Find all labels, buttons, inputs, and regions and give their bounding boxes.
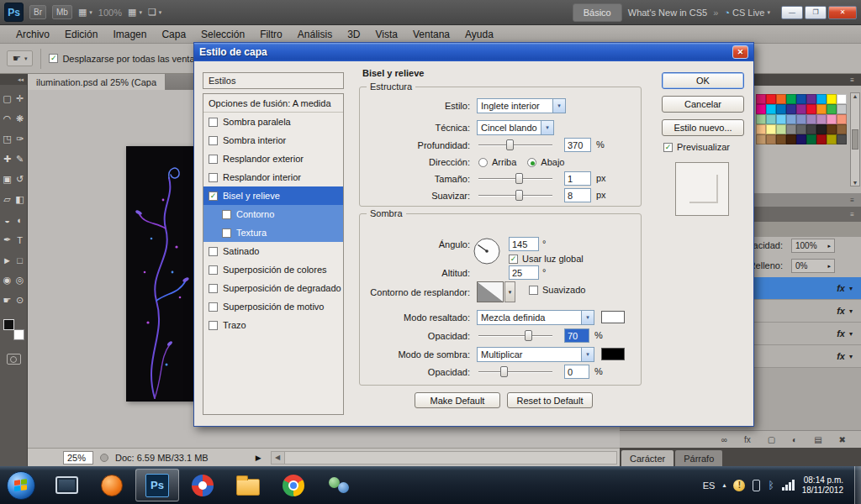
color-swatch[interactable] <box>806 104 816 114</box>
restore-button[interactable]: ❐ <box>805 6 827 19</box>
modo-resaltado-select[interactable]: Mezcla definida▾ <box>477 310 594 325</box>
path-selection-tool[interactable]: ► <box>1 253 13 267</box>
style-checkbox[interactable] <box>222 228 231 238</box>
style-checkbox[interactable] <box>209 265 218 275</box>
pen-tool[interactable]: ✒ <box>1 233 13 247</box>
style-checkbox[interactable] <box>222 210 231 219</box>
opacidad-resaltado-slider[interactable] <box>478 329 552 342</box>
opacity-field[interactable]: 100%▸ <box>791 239 835 253</box>
color-swatch[interactable] <box>766 134 776 144</box>
altitud-input[interactable]: 25 <box>509 265 539 280</box>
quick-selection-tool[interactable]: ❋ <box>13 112 26 126</box>
blending-options-item[interactable]: Opciones de fusión: A medida <box>203 94 343 113</box>
taskbar-app-button[interactable] <box>45 469 88 501</box>
color-swatch[interactable] <box>816 94 827 104</box>
layer-style-item[interactable]: Sombra paralela <box>203 113 343 131</box>
chevron-down-icon[interactable]: ▾ <box>541 121 553 134</box>
usar-luz-global-checkbox[interactable] <box>509 255 518 264</box>
color-swatch[interactable] <box>827 114 837 124</box>
screen-mode-button[interactable]: ❏▾ <box>148 7 161 18</box>
zoom-tool[interactable]: ⊙ <box>13 293 26 307</box>
menu-item[interactable]: 3D <box>340 26 367 43</box>
tecnica-select[interactable]: Cincel blando▾ <box>477 120 554 135</box>
hidden-icons-chevron[interactable]: ▴ <box>722 481 726 489</box>
menu-item[interactable]: Selección <box>193 26 252 43</box>
color-swatch[interactable] <box>837 124 847 134</box>
layer-style-item[interactable]: Sombra interior <box>203 131 343 150</box>
angulo-input[interactable]: 145 <box>509 237 539 251</box>
healing-brush-tool[interactable]: ✚ <box>1 152 13 166</box>
brush-tool[interactable]: ✎ <box>13 152 26 166</box>
dialog-titlebar[interactable]: Estilo de capa ✕ <box>194 43 753 61</box>
color-swatch[interactable] <box>837 114 847 124</box>
layer-style-item[interactable]: Bisel y relieve <box>203 186 343 205</box>
gradient-tool[interactable]: ◧ <box>13 192 26 207</box>
suavizar-slider[interactable] <box>478 189 552 202</box>
color-swatch[interactable] <box>786 114 796 124</box>
style-checkbox[interactable] <box>209 173 218 182</box>
fill-field[interactable]: 0%▸ <box>791 259 835 273</box>
color-swatch[interactable] <box>756 134 766 144</box>
color-swatch[interactable] <box>806 94 816 104</box>
layer-style-item[interactable]: Superposición de degradado <box>203 279 343 297</box>
spinner-icon[interactable]: ▸ <box>827 263 831 270</box>
chevron-down-icon[interactable]: ▾ <box>581 311 594 324</box>
taskbar-app-button[interactable] <box>317 469 361 501</box>
color-swatch[interactable] <box>827 134 837 144</box>
layer-mask-icon[interactable]: ▢ <box>768 435 775 444</box>
color-swatch[interactable] <box>786 94 796 104</box>
color-swatch[interactable] <box>766 114 776 124</box>
collapse-tools-icon[interactable]: ◂◂ <box>0 74 27 85</box>
bluetooth-icon[interactable]: ᛒ <box>768 480 774 491</box>
menu-item[interactable]: Ventana <box>405 26 457 43</box>
layer-fx-badge[interactable]: fx <box>837 306 845 316</box>
shadow-color-swatch[interactable] <box>601 348 625 360</box>
color-swatch[interactable] <box>776 124 786 134</box>
color-swatch[interactable] <box>776 104 786 114</box>
menu-item[interactable]: Edición <box>57 26 105 43</box>
scroll-all-windows-option[interactable]: Desplazarse por todas las ventan <box>49 54 199 64</box>
swatches-scrollbar[interactable]: ▲ ▼ <box>850 92 860 186</box>
network-signal-icon[interactable] <box>782 480 795 491</box>
layer-fx-badge[interactable]: fx <box>837 283 845 293</box>
color-swatch[interactable] <box>806 114 816 124</box>
arrange-documents-button[interactable]: ▦▾ <box>128 7 142 18</box>
color-swatch[interactable] <box>806 124 816 134</box>
menu-item[interactable]: Vista <box>368 26 405 43</box>
color-swatch[interactable] <box>806 134 816 144</box>
menu-item[interactable]: Archivo <box>8 26 57 43</box>
estilo-select[interactable]: Inglete interior▾ <box>477 98 566 113</box>
color-swatch[interactable] <box>786 104 796 114</box>
color-swatch[interactable] <box>827 104 837 114</box>
delete-layer-icon[interactable]: ✖ <box>839 435 846 444</box>
contour-picker-arrow[interactable]: ▾ <box>504 281 515 302</box>
workspace-overflow-icon[interactable]: » <box>713 8 718 18</box>
taskbar-app-button[interactable] <box>90 469 134 501</box>
suavizado-checkbox[interactable] <box>529 286 538 295</box>
scroll-up-icon[interactable]: ▲ <box>853 93 858 99</box>
color-swatch[interactable] <box>837 104 847 114</box>
layer-style-item[interactable]: Trazo <box>203 316 343 334</box>
color-swatch[interactable] <box>796 114 806 124</box>
layer-group-icon[interactable]: ▤ <box>814 435 821 444</box>
hand-tool[interactable]: ☛ <box>1 293 13 307</box>
highlight-color-swatch[interactable] <box>601 311 625 323</box>
menu-item[interactable]: Análisis <box>290 26 340 43</box>
style-checkbox[interactable] <box>209 247 218 256</box>
eyedropper-tool[interactable]: ✑ <box>13 132 26 146</box>
panel-tab[interactable]: Carácter <box>621 450 673 466</box>
style-checkbox[interactable] <box>209 321 218 330</box>
color-swatch[interactable] <box>837 94 847 104</box>
layer-style-item[interactable]: Superposición de colores <box>203 260 343 279</box>
menu-item[interactable]: Ayuda <box>457 26 501 43</box>
direccion-arriba-radio[interactable] <box>478 158 488 167</box>
link-layers-icon[interactable]: ∞ <box>721 435 727 444</box>
tool-preset-picker[interactable]: ☛▾ <box>7 50 33 66</box>
scroll-all-windows-checkbox[interactable] <box>49 54 58 63</box>
reset-default-button[interactable]: Reset to Default <box>507 392 593 408</box>
3d-rotate-tool[interactable]: ◉ <box>1 273 13 287</box>
chevron-down-icon[interactable]: ▾ <box>849 330 853 338</box>
style-checkbox[interactable] <box>209 284 218 293</box>
angle-dial[interactable] <box>473 237 501 265</box>
taskbar-app-button[interactable] <box>272 469 315 501</box>
